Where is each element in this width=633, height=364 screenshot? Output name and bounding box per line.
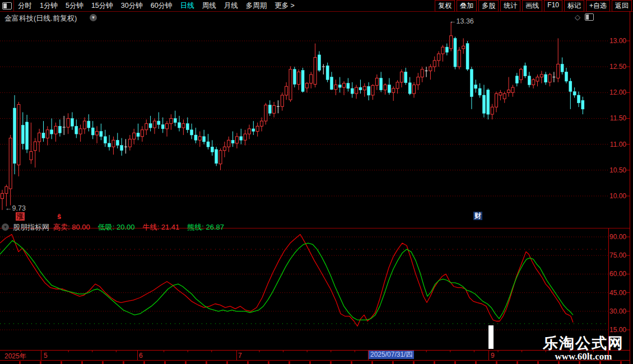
candle-body [161,125,164,129]
candle-body [120,146,123,151]
indicator-axis-label: 45.00 [608,289,626,297]
price-axis-label: 10.00 [608,192,626,200]
price-axis-label: 12.50 [608,63,626,71]
candle-body [569,81,572,91]
candle-body [178,123,181,128]
chart-canvas[interactable] [0,0,633,364]
candle-body [281,95,283,106]
candle-body [528,76,530,85]
candle-body [166,124,169,129]
candle-body [100,132,103,137]
candle-body [203,137,206,142]
candle-body [289,69,292,100]
chevron-circle-icon[interactable]: ▾ [2,223,9,231]
candle-body [437,54,440,60]
candle-body [445,47,448,52]
price-axis-label: 12.00 [608,88,626,96]
candle-body [573,91,576,95]
price-axis-label: 13.00 [608,37,626,45]
candle-body [252,129,255,132]
candle-body [79,129,82,134]
watermark-site-name: 乐淘公式网 [543,335,624,351]
axis-month-label: 7 [238,352,242,360]
candle-body [112,140,115,147]
candle-body [540,74,543,77]
candle-body [375,78,378,85]
candle-body [462,46,465,49]
candle-body [524,66,527,76]
candle-body [454,38,457,67]
candle-body [141,130,143,137]
candle-body [190,130,193,135]
candle-body [520,69,523,80]
indicator-line-牛线 [0,235,573,326]
candle-body [396,82,399,88]
candle-body [256,126,259,131]
candle-body [83,121,86,129]
candle-body [186,124,189,130]
candle-body [293,69,296,85]
candle-body [359,87,362,90]
candle-body [194,135,197,140]
candle-body [581,100,584,109]
candle-body [96,132,99,135]
candle-body [314,58,316,85]
candle-body [466,44,469,69]
candle-body [285,86,288,95]
candle-body [133,133,136,139]
candle-body [363,86,366,90]
candle-body [157,121,160,124]
indicator-axis-label: 15.00 [608,326,626,334]
cai-marker: 财 [473,212,482,220]
indicator-axis-label: 90.00 [608,233,626,241]
indicator-params: 高卖: 80.00低吸: 20.00牛线: 21.41熊线: 26.87 [53,222,224,232]
candle-body [334,85,337,89]
candle-body [248,129,251,134]
candle-body [240,137,243,140]
candle-body [260,121,263,126]
candle-body [227,140,230,147]
candle-body [495,94,498,107]
candle-body [392,88,395,92]
candle-body [21,125,24,143]
candle-body [351,88,353,94]
candle-body [557,64,560,78]
candle-body [128,139,131,147]
candle-body [487,90,490,114]
candle-body [450,36,453,49]
candle-body [244,134,246,140]
candle-body [13,108,16,164]
candle-body [174,118,176,122]
indicator-param: 高卖: 80.00 [53,222,90,232]
candle-body [231,140,234,143]
candle-body [215,150,218,164]
candle-body [305,83,308,88]
candle-body [499,92,502,95]
bottom-strip [0,361,630,364]
candle-body [182,124,185,128]
candle-body [42,133,45,138]
candle-body [347,83,350,88]
candle-body [441,47,444,54]
candle-body [548,74,551,82]
indicator-param: 牛线: 21.41 [143,222,180,232]
candle-body [491,107,494,114]
candle-body [433,60,436,67]
candle-body [170,118,173,123]
candle-body [508,90,510,93]
candle-body [235,137,238,143]
candle-body [478,88,481,95]
candle-body [474,85,477,88]
price-axis-label: 11.50 [608,114,626,122]
candle-body [482,95,485,113]
candle-body [384,85,387,90]
zhang-marker: 涨 [16,212,25,221]
candle-body [145,124,148,130]
indicator-name: 股朋指标网 [13,222,49,232]
candle-body [46,130,49,138]
indicator-param: 熊线: 26.87 [187,222,224,232]
candle-body [104,137,106,143]
axis-month-label: 6 [139,352,143,360]
axis-month-label: 5 [44,352,48,360]
high-price-annotation: ←13.36 [449,17,474,25]
